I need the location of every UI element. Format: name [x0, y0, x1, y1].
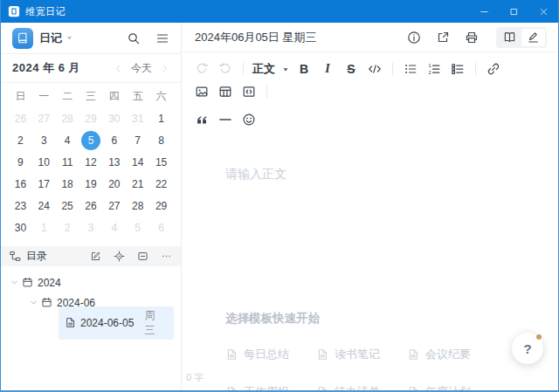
- toolbar-separator: [475, 63, 476, 75]
- calendar-day[interactable]: 28: [128, 196, 148, 216]
- calendar-day[interactable]: 29: [152, 196, 171, 216]
- calendar-day[interactable]: 1: [152, 109, 171, 128]
- info-icon[interactable]: [407, 31, 421, 45]
- emoji-button[interactable]: [240, 111, 258, 128]
- calendar-day[interactable]: 27: [105, 196, 124, 216]
- calendar-day-cell: 1: [32, 217, 56, 238]
- bold-button[interactable]: B: [295, 60, 313, 78]
- calendar-day[interactable]: 23: [10, 196, 30, 216]
- calendar-day[interactable]: 18: [58, 175, 77, 194]
- calendar-day[interactable]: 4: [58, 131, 77, 150]
- template-section-title: 选择模板快速开始: [225, 311, 558, 327]
- redo-button[interactable]: [217, 60, 234, 78]
- link-button[interactable]: [485, 60, 502, 78]
- next-month-icon[interactable]: [160, 64, 169, 73]
- template-item[interactable]: 会议纪要: [407, 347, 498, 362]
- template-item[interactable]: 工作周报: [225, 384, 316, 392]
- paragraph-style-dropdown[interactable]: 正文: [252, 60, 289, 78]
- calendar-day[interactable]: 25: [58, 196, 77, 216]
- ordered-list-button[interactable]: 12: [425, 60, 443, 78]
- note-edit-icon[interactable]: [90, 251, 101, 262]
- calendar-day[interactable]: 16: [10, 175, 30, 194]
- calendar-day[interactable]: 28: [58, 109, 77, 128]
- export-icon[interactable]: [436, 31, 450, 45]
- calendar-day[interactable]: 10: [34, 153, 53, 172]
- calendar-day[interactable]: 29: [81, 109, 100, 128]
- calendar-header: 2024 年 6 月 今天: [1, 54, 181, 83]
- calendar-day[interactable]: 7: [128, 131, 148, 150]
- divider-button[interactable]: [217, 111, 234, 128]
- calendar-day-selected[interactable]: 5: [81, 131, 100, 150]
- calendar-day[interactable]: 11: [58, 153, 77, 172]
- calendar-day[interactable]: 17: [34, 175, 53, 194]
- calendar-day[interactable]: 3: [81, 218, 100, 237]
- inline-code-button[interactable]: [366, 60, 383, 78]
- help-button[interactable]: ?: [512, 333, 543, 364]
- calendar-day[interactable]: 12: [81, 153, 100, 172]
- calendar-day[interactable]: 31: [128, 109, 148, 128]
- calendar-day[interactable]: 15: [152, 153, 171, 172]
- chevron-down-icon[interactable]: [66, 35, 73, 41]
- more-icon[interactable]: [161, 251, 172, 262]
- calendar-day[interactable]: 30: [10, 218, 30, 237]
- edit-mode-button[interactable]: [521, 29, 545, 46]
- tree-row[interactable]: 2024-06-05周三: [8, 313, 174, 333]
- quote-button[interactable]: [193, 111, 210, 128]
- italic-button[interactable]: I: [319, 60, 336, 78]
- calendar-day-cell: 2: [56, 217, 79, 238]
- prev-month-icon[interactable]: [114, 64, 123, 73]
- chevron-down-icon[interactable]: [8, 279, 20, 286]
- menu-icon[interactable]: [155, 31, 169, 45]
- calendar-day[interactable]: 3: [34, 131, 53, 150]
- tree-row[interactable]: 2024: [8, 272, 174, 292]
- app-logo[interactable]: [12, 28, 33, 49]
- calendar-day[interactable]: 27: [34, 109, 53, 128]
- undo-button[interactable]: [193, 60, 210, 78]
- calendar-day[interactable]: 2: [58, 218, 77, 237]
- table-button[interactable]: [217, 83, 234, 100]
- task-list-button[interactable]: [449, 60, 466, 78]
- locate-icon[interactable]: [114, 251, 125, 262]
- calendar-day[interactable]: 19: [81, 175, 100, 194]
- calendar-day[interactable]: 26: [81, 196, 100, 216]
- calendar-day[interactable]: 2: [10, 131, 30, 150]
- tree-item-selected[interactable]: 2024-06-05周三: [59, 306, 174, 340]
- notebook-switcher[interactable]: 日记: [39, 31, 62, 46]
- calendar-day[interactable]: 8: [152, 131, 171, 150]
- calendar-day[interactable]: 21: [128, 175, 148, 194]
- template-item[interactable]: 读书笔记: [316, 347, 407, 362]
- close-button[interactable]: [528, 0, 558, 23]
- maximize-button[interactable]: [499, 0, 528, 23]
- calendar-day[interactable]: 24: [34, 196, 53, 216]
- calendar-day[interactable]: 5: [128, 218, 148, 237]
- collapse-icon[interactable]: [137, 251, 148, 262]
- chevron-down-icon[interactable]: [27, 299, 39, 306]
- search-icon[interactable]: [127, 31, 141, 45]
- calendar-day[interactable]: 30: [105, 109, 124, 128]
- calendar-day[interactable]: 26: [10, 109, 30, 128]
- template-item[interactable]: 年度计划: [407, 384, 498, 392]
- weekday-label: 一: [32, 86, 56, 107]
- calendar-day[interactable]: 4: [105, 218, 124, 237]
- calendar-day[interactable]: 13: [105, 153, 124, 172]
- calendar-day[interactable]: 14: [128, 153, 148, 172]
- editor-area[interactable]: 请输入正文 选择模板快速开始 每日总结读书笔记会议纪要工作周报待办清单年度计划: [182, 134, 558, 392]
- bullet-list-button[interactable]: [402, 60, 419, 78]
- strikethrough-button[interactable]: S: [342, 60, 360, 78]
- read-mode-button[interactable]: [498, 29, 521, 46]
- template-item[interactable]: 待办清单: [316, 384, 407, 392]
- code-block-button[interactable]: [240, 83, 258, 100]
- minimize-button[interactable]: [469, 0, 499, 23]
- calendar-day[interactable]: 1: [34, 218, 53, 237]
- today-button[interactable]: 今天: [131, 61, 152, 76]
- print-icon[interactable]: [465, 31, 479, 45]
- document-header: 2024年06月05日 星期三: [182, 23, 558, 52]
- image-button[interactable]: [193, 83, 210, 100]
- calendar-day[interactable]: 6: [105, 131, 124, 150]
- template-grid: 每日总结读书笔记会议纪要工作周报待办清单年度计划: [225, 347, 558, 392]
- template-item[interactable]: 每日总结: [225, 347, 316, 362]
- calendar-day[interactable]: 9: [10, 153, 30, 172]
- calendar-day[interactable]: 20: [105, 175, 124, 194]
- calendar-day[interactable]: 22: [152, 175, 171, 194]
- calendar-day[interactable]: 6: [152, 218, 171, 237]
